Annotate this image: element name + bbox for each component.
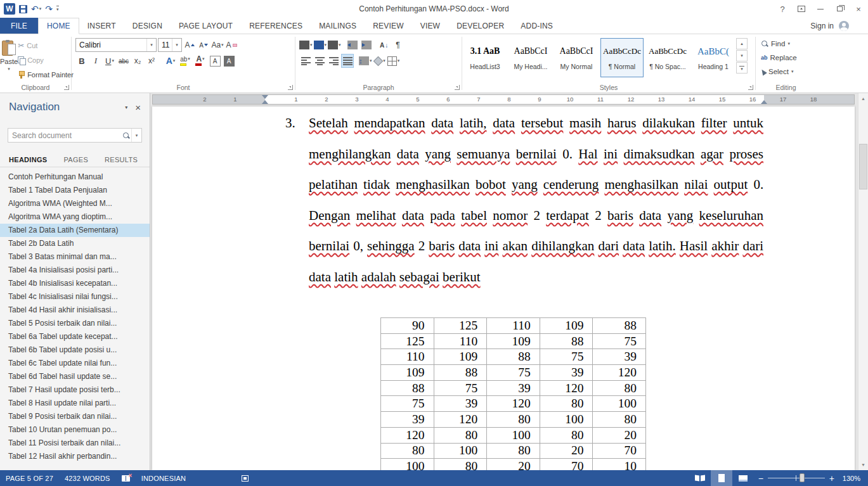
line-spacing-dropdown-icon[interactable]: ▾ <box>370 58 372 63</box>
table-cell[interactable]: 100 <box>487 427 540 443</box>
paragraph-dialog-launcher[interactable] <box>455 85 460 90</box>
paragraph-line[interactable]: Dengan melihat data pada tabel nomor 2 t… <box>309 200 763 231</box>
page-indicator[interactable]: PAGE 5 OF 27 <box>0 470 59 486</box>
bullets-button[interactable]: ▾ <box>299 38 313 52</box>
change-case-button[interactable]: Aa▾ <box>211 38 224 52</box>
table-cell[interactable]: 10 <box>593 459 646 470</box>
table-cell[interactable]: 20 <box>593 427 646 443</box>
text-effects-button[interactable]: A▾ <box>164 54 177 68</box>
table-cell[interactable]: 39 <box>381 412 434 428</box>
table-cell[interactable]: 120 <box>593 365 646 381</box>
close-button[interactable]: × <box>849 0 868 18</box>
table-cell[interactable]: 20 <box>540 443 593 459</box>
table-cell[interactable]: 70 <box>593 443 646 459</box>
align-left-button[interactable] <box>299 54 312 68</box>
multilevel-list-button[interactable]: ▾ <box>328 38 341 52</box>
table-cell[interactable]: 109 <box>434 349 487 365</box>
italic-button[interactable]: I <box>89 54 102 68</box>
tab-developer[interactable]: DEVELOPER <box>448 18 512 34</box>
paragraph-line[interactable]: Setelah mendapatkan data latih, data ter… <box>309 108 763 139</box>
copy-button[interactable]: Copy <box>18 54 74 67</box>
table-cell[interactable]: 80 <box>487 443 540 459</box>
tab-page-layout[interactable]: PAGE LAYOUT <box>171 18 241 34</box>
nav-heading-item[interactable]: Tabel 6c Tabel update nilai fun... <box>0 357 150 370</box>
table-cell[interactable]: 120 <box>434 412 487 428</box>
show-paragraph-marks-button[interactable]: ¶ <box>392 38 405 52</box>
style-card-headlist3[interactable]: 3.1 AaB HeadList3 <box>463 38 507 77</box>
table-cell[interactable]: 125 <box>381 333 434 349</box>
tab-view[interactable]: VIEW <box>412 18 448 34</box>
table-cell[interactable]: 88 <box>540 333 593 349</box>
styles-dialog-launcher[interactable] <box>748 85 753 90</box>
table-cell[interactable]: 75 <box>434 380 487 396</box>
table-cell[interactable]: 80 <box>593 412 646 428</box>
table-cell[interactable]: 109 <box>540 318 593 334</box>
zoom-out-button[interactable]: − <box>754 473 768 483</box>
nav-heading-item[interactable]: Algoritma WMA (Weighted M... <box>0 197 150 210</box>
table-cell[interactable]: 88 <box>381 380 434 396</box>
format-painter-button[interactable]: Format Painter <box>18 68 74 81</box>
table-cell[interactable]: 80 <box>540 427 593 443</box>
nav-tab-results[interactable]: RESULTS <box>105 156 138 163</box>
paste-dropdown-icon[interactable]: ▾ <box>8 67 10 72</box>
ribbon-display-options-button[interactable] <box>792 0 811 18</box>
nav-heading-item[interactable]: Tabel 9 Posisi terbaik dan nilai... <box>0 410 150 423</box>
character-shading-button[interactable]: A <box>223 54 235 68</box>
underline-button[interactable]: U▾ <box>103 54 116 68</box>
zoom-slider[interactable] <box>768 470 825 486</box>
nav-heading-item[interactable]: Tabel 4b Inisialisasi kecepatan... <box>0 277 150 290</box>
character-border-button[interactable]: A <box>209 54 221 68</box>
tab-design[interactable]: DESIGN <box>124 18 171 34</box>
table-cell[interactable]: 109 <box>487 333 540 349</box>
nav-heading-item[interactable]: Tabel 12 Hasil akhir perbandin... <box>0 450 150 463</box>
macro-record-button[interactable] <box>236 470 254 486</box>
numbering-dropdown-icon[interactable]: ▾ <box>325 42 327 48</box>
font-name-combo[interactable]: Calibri▾ <box>75 38 157 52</box>
table-cell[interactable]: 88 <box>434 365 487 381</box>
nav-heading-item[interactable]: Tabel 4c Inisialisasi nilai fungsi... <box>0 290 150 304</box>
qat-customize-button[interactable]: ▾ <box>56 6 59 12</box>
justify-button[interactable] <box>341 54 354 68</box>
nav-heading-item[interactable]: Tabel 4d Hasil akhir inisialisasi... <box>0 304 150 317</box>
font-size-combo[interactable]: 11▾ <box>158 38 182 52</box>
nav-heading-item[interactable]: Tabel 8 Hasil update nilai parti... <box>0 397 150 410</box>
print-layout-button[interactable] <box>711 470 732 486</box>
sort-button[interactable]: A↓ <box>378 38 391 52</box>
nav-heading-item[interactable]: Tabel 2a Data Latih (Sementara) <box>0 224 150 237</box>
bold-button[interactable]: B <box>75 54 88 68</box>
navigation-close-icon[interactable]: × <box>133 102 143 113</box>
borders-dropdown-icon[interactable]: ▾ <box>398 58 400 63</box>
zoom-level-button[interactable]: 130% <box>839 475 868 482</box>
word-count[interactable]: 4232 WORDS <box>59 470 116 486</box>
scrollbar-thumb[interactable] <box>859 144 867 189</box>
save-button[interactable] <box>19 5 27 13</box>
nav-heading-item[interactable]: Tabel 5 Posisi terbaik dan nilai... <box>0 317 150 330</box>
text-highlight-button[interactable]: ab▾ <box>178 54 192 68</box>
find-dropdown-icon[interactable]: ▾ <box>787 41 790 46</box>
nav-heading-item[interactable]: Tabel 7 Hasil update posisi terb... <box>0 383 150 397</box>
shading-button[interactable]: ▾ <box>373 54 386 68</box>
minimize-button[interactable] <box>811 0 830 18</box>
table-cell[interactable]: 88 <box>593 318 646 334</box>
table-cell[interactable]: 100 <box>540 412 593 428</box>
tab-insert[interactable]: INSERT <box>79 18 124 34</box>
nav-heading-item[interactable]: Tabel 10 Urutan penemuan po... <box>0 423 150 437</box>
table-cell[interactable]: 75 <box>540 349 593 365</box>
borders-button[interactable]: ▾ <box>387 54 400 68</box>
table-cell[interactable]: 80 <box>593 380 646 396</box>
font-name-dropdown-icon[interactable]: ▾ <box>146 39 156 51</box>
replace-button[interactable]: abReplace <box>761 51 816 65</box>
table-cell[interactable]: 70 <box>540 459 593 470</box>
tab-references[interactable]: REFERENCES <box>241 18 311 34</box>
font-size-dropdown-icon[interactable]: ▾ <box>172 39 181 51</box>
align-center-button[interactable] <box>313 54 326 68</box>
decrease-indent-button[interactable] <box>346 38 359 52</box>
read-mode-button[interactable] <box>689 470 711 486</box>
vertical-scrollbar[interactable]: ▲ ▼ <box>858 93 868 470</box>
style-card-my-normal[interactable]: AaBbCcI My Normal <box>555 38 598 77</box>
nav-heading-item[interactable]: Tabel 2b Data Latih <box>0 237 150 250</box>
undo-dropdown-icon[interactable]: ▾ <box>39 6 42 11</box>
style-gallery-up-button[interactable]: ▴ <box>736 38 748 49</box>
table-cell[interactable]: 100 <box>434 443 487 459</box>
font-color-dropdown-icon[interactable]: ▾ <box>202 56 205 61</box>
